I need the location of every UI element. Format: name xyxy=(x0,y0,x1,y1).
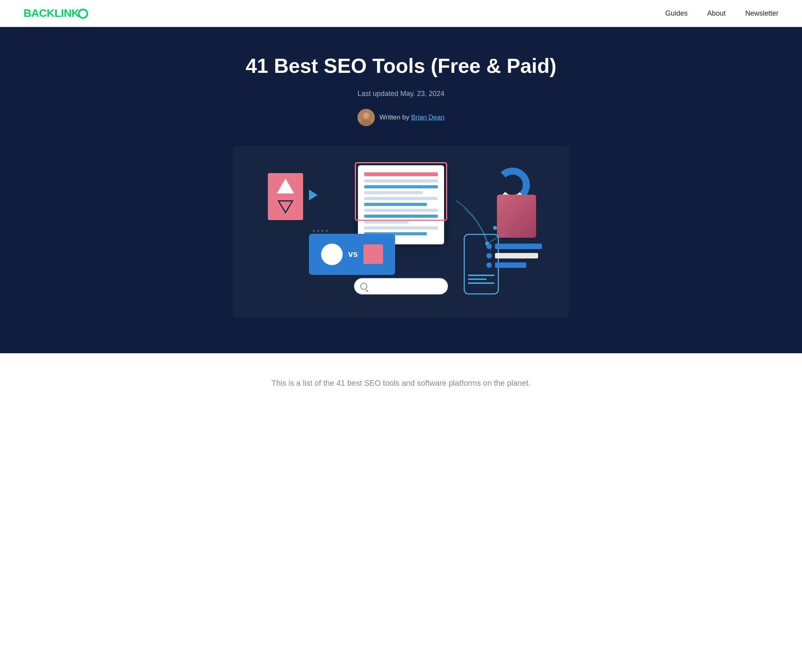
doc-line xyxy=(364,220,408,224)
last-updated: Last updated May. 23, 2024 xyxy=(16,90,786,98)
vs-comparison-block: vs xyxy=(309,234,395,275)
pink-rect-left xyxy=(268,173,303,220)
illus-inner: vs xyxy=(252,161,550,302)
bar-fill xyxy=(495,253,538,258)
vs-square-icon xyxy=(363,244,383,264)
site-header: BACKLINK Guides About Newsletter xyxy=(0,0,802,27)
svg-point-8 xyxy=(502,175,523,195)
svg-point-3 xyxy=(363,113,369,118)
triangle-up-icon xyxy=(277,179,294,193)
author-block: Written by Brian Dean xyxy=(16,109,786,126)
nav-guides[interactable]: Guides xyxy=(665,9,688,18)
hero-illustration: vs xyxy=(233,146,569,318)
intro-section: This is a list of the 41 best SEO tools … xyxy=(225,353,577,405)
mobile-lines xyxy=(468,275,495,286)
doc-line xyxy=(364,226,438,229)
center-document xyxy=(358,165,444,244)
page-title: 41 Best SEO Tools (Free & Paid) xyxy=(16,54,786,78)
site-logo[interactable]: BACKLINK xyxy=(23,7,88,20)
doc-pink-bar xyxy=(364,172,438,176)
doc-line xyxy=(364,209,438,212)
hero-section: 41 Best SEO Tools (Free & Paid) Last upd… xyxy=(0,27,802,353)
nav-newsletter[interactable]: Newsletter xyxy=(745,9,779,18)
triangle-down-icon xyxy=(278,199,293,215)
vs-circle-icon xyxy=(321,244,343,265)
doc-line-blue xyxy=(364,203,427,206)
doc-line xyxy=(364,179,438,182)
logo-text: BACKLINK xyxy=(23,7,79,19)
bar-chart-right xyxy=(486,244,542,268)
doc-line-blue xyxy=(364,185,438,188)
svg-marker-4 xyxy=(278,201,293,213)
play-arrow-icon xyxy=(309,190,318,201)
bar-row xyxy=(486,262,542,268)
logo-o-circle xyxy=(78,9,88,19)
search-handle xyxy=(366,289,368,292)
doc-line-blue xyxy=(364,215,438,218)
bar-fill xyxy=(495,244,542,249)
bar-dot xyxy=(486,244,492,249)
main-nav: Guides About Newsletter xyxy=(665,9,779,18)
bar-row xyxy=(486,244,542,249)
doc-line xyxy=(364,191,423,194)
intro-text: This is a list of the 41 best SEO tools … xyxy=(248,377,554,389)
bar-fill xyxy=(495,262,526,268)
search-bar-illustration xyxy=(354,278,448,294)
bar-row xyxy=(486,253,542,258)
bar-dot xyxy=(486,253,492,258)
author-link[interactable]: Brian Dean xyxy=(411,114,444,121)
nav-about[interactable]: About xyxy=(707,9,726,18)
avatar-svg xyxy=(358,109,375,126)
pink-rect-right xyxy=(497,195,536,238)
author-label: Written by Brian Dean xyxy=(379,114,444,121)
svg-point-10 xyxy=(493,226,497,230)
doc-line xyxy=(364,197,438,200)
search-icon xyxy=(360,283,367,290)
bar-dot xyxy=(486,262,492,268)
written-by-text: Written by xyxy=(379,114,409,121)
pink-rect-texture xyxy=(497,195,536,238)
author-avatar xyxy=(358,109,375,126)
vs-label: vs xyxy=(348,249,358,259)
